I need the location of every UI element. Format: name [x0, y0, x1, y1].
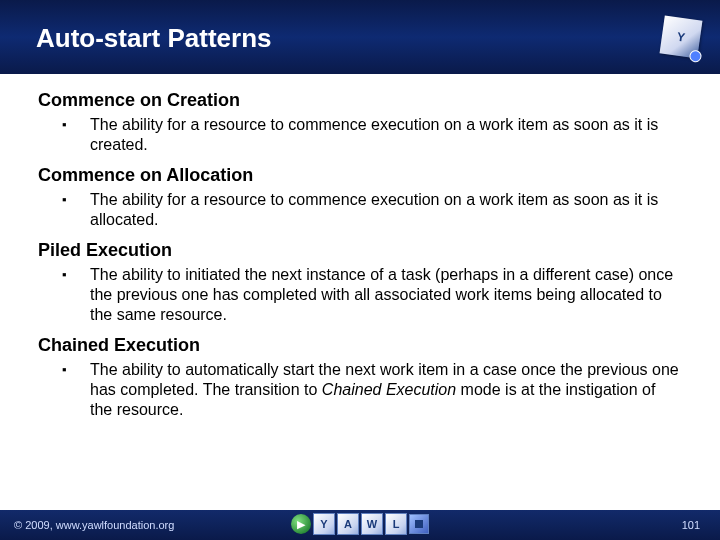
footer-logo: ▶ Y A W L — [291, 513, 429, 535]
logo-letter: L — [385, 513, 407, 535]
section-heading: Piled Execution — [38, 240, 682, 261]
bullet-text: The ability for a resource to commence e… — [90, 115, 682, 155]
footer-bar: © 2009, www.yawlfoundation.org ▶ Y A W L… — [0, 510, 720, 540]
logo-letter: W — [361, 513, 383, 535]
bullet-icon: ▪ — [62, 190, 70, 207]
bullet-icon: ▪ — [62, 115, 70, 132]
play-icon: ▶ — [291, 514, 311, 534]
stop-icon — [409, 514, 429, 534]
section-heading: Chained Execution — [38, 335, 682, 356]
title-bar: Auto-start Patterns Y — [0, 0, 720, 74]
logo-letter: A — [337, 513, 359, 535]
bullet-icon: ▪ — [62, 360, 70, 377]
bullet-item: ▪ The ability for a resource to commence… — [38, 190, 682, 230]
logo-letter: Y — [313, 513, 335, 535]
slide: Auto-start Patterns Y Commence on Creati… — [0, 0, 720, 540]
bullet-text: The ability for a resource to commence e… — [90, 190, 682, 230]
bullet-item: ▪ The ability for a resource to commence… — [38, 115, 682, 155]
bullet-text: The ability to automatically start the n… — [90, 360, 682, 420]
content-area: Commence on Creation ▪ The ability for a… — [38, 86, 682, 494]
bullet-item: ▪ The ability to automatically start the… — [38, 360, 682, 420]
section-heading: Commence on Allocation — [38, 165, 682, 186]
page-number: 101 — [682, 519, 706, 531]
bullet-text: The ability to initiated the next instan… — [90, 265, 682, 325]
section-heading: Commence on Creation — [38, 90, 682, 111]
bullet-item: ▪ The ability to initiated the next inst… — [38, 265, 682, 325]
slide-title: Auto-start Patterns — [0, 21, 271, 54]
copyright-text: © 2009, www.yawlfoundation.org — [14, 519, 174, 531]
bullet-icon: ▪ — [62, 265, 70, 282]
yawl-logo-icon: Y — [660, 16, 703, 59]
